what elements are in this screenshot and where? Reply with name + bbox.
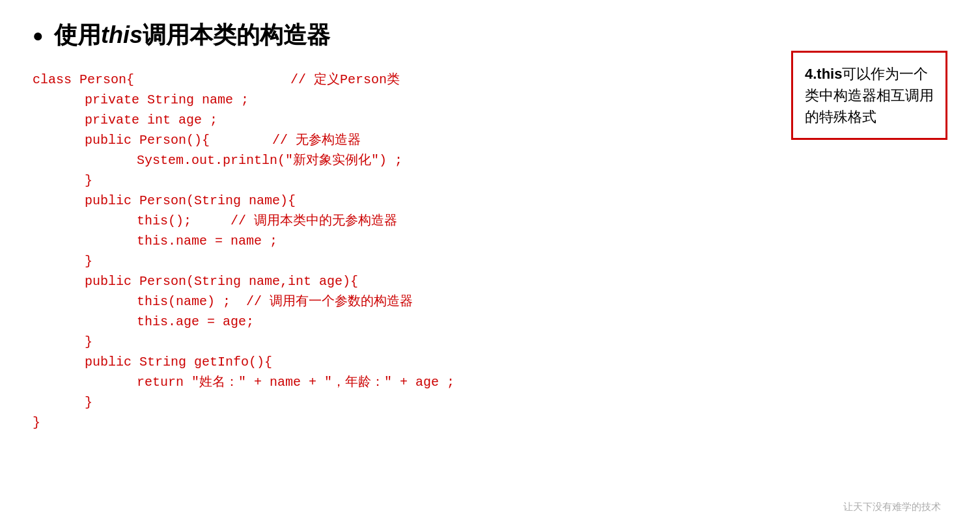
title-row: ● 使用this调用本类的构造器 xyxy=(33,20,947,51)
code-line-16: return "姓名：" + name + "，年龄：" + age ; xyxy=(33,372,947,392)
code-line-13: this.age = age; xyxy=(33,312,947,332)
note-box: 4.this可以作为一个类中构造器相互调用的特殊格式 xyxy=(791,51,947,140)
code-line-10: } xyxy=(33,251,947,271)
code-line-18: } xyxy=(33,412,947,433)
title-prefix: 使用 xyxy=(54,21,101,48)
code-line-15: public String getInfo(){ xyxy=(33,352,947,372)
note-text: 4.this可以作为一个类中构造器相互调用的特殊格式 xyxy=(805,63,934,128)
bullet-point: ● xyxy=(33,25,44,46)
watermark: 让天下没有难学的技术 xyxy=(843,501,941,513)
code-line-14: } xyxy=(33,332,947,352)
page-container: ● 使用this调用本类的构造器 4.this可以作为一个类中构造器相互调用的特… xyxy=(0,0,980,525)
code-line-9: this.name = name ; xyxy=(33,231,947,251)
code-line-7: public Person(String name){ xyxy=(33,191,947,211)
page-title: 使用this调用本类的构造器 xyxy=(54,20,330,51)
title-suffix: 调用本类的构造器 xyxy=(143,21,330,48)
title-keyword: this xyxy=(101,21,143,48)
code-line-5: System.out.println("新对象实例化") ; xyxy=(33,150,947,170)
code-line-17: } xyxy=(33,392,947,412)
code-line-6: } xyxy=(33,170,947,191)
code-line-8: this(); // 调用本类中的无参构造器 xyxy=(33,211,947,231)
code-line-11: public Person(String name,int age){ xyxy=(33,271,947,291)
code-line-12: this(name) ; // 调用有一个参数的构造器 xyxy=(33,291,947,312)
